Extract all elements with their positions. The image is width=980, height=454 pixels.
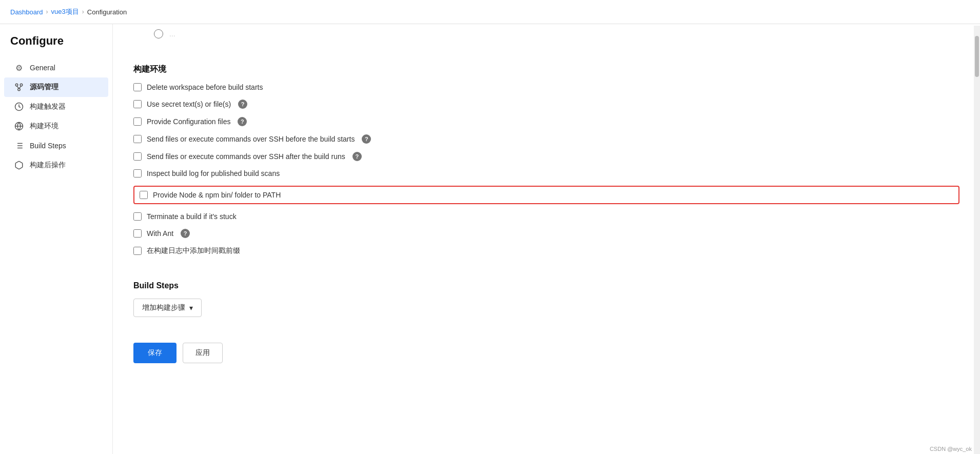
main-content: ... 构建环境 Delete workspace before build s… <box>113 24 980 454</box>
top-radio[interactable] <box>154 29 163 38</box>
breadcrumb-sep-2: › <box>82 8 84 15</box>
help-icon-ssh-before[interactable]: ? <box>362 134 371 144</box>
watermark: CSDN @wyc_ok <box>930 446 972 452</box>
scroll-thumb[interactable] <box>975 36 979 77</box>
breadcrumb: Dashboard › vue3项目 › Configuration <box>0 0 980 24</box>
sidebar-item-label: Build Steps <box>30 142 66 150</box>
checkbox-ssh-before-input[interactable] <box>133 135 142 143</box>
top-stub: ... <box>133 24 959 44</box>
checkbox-ssh-before-label: Send files or execute commands over SSH … <box>147 135 355 143</box>
sidebar-item-general[interactable]: ⚙ General <box>4 58 108 77</box>
checkbox-ssh-after: Send files or execute commands over SSH … <box>133 152 959 161</box>
checkbox-config-files-input[interactable] <box>133 117 142 126</box>
checkbox-inspect-log-label: Inspect build log for published build sc… <box>147 169 280 177</box>
add-step-button[interactable]: 增加构建步骤 ▾ <box>133 299 202 317</box>
breadcrumb-current: Configuration <box>87 8 127 16</box>
checkbox-terminate-build-label: Terminate a build if it's stuck <box>147 212 237 221</box>
breadcrumb-sep-1: › <box>46 8 48 15</box>
sidebar-item-build-steps[interactable]: Build Steps <box>4 136 108 155</box>
checkbox-terminate-build: Terminate a build if it's stuck <box>133 212 959 221</box>
build-steps-title: Build Steps <box>133 276 959 290</box>
checkbox-provide-node-label: Provide Node & npm bin/ folder to PATH <box>153 191 281 199</box>
checkbox-terminate-build-input[interactable] <box>133 212 142 221</box>
checkbox-ssh-after-label: Send files or execute commands over SSH … <box>147 152 345 161</box>
sidebar-item-build-env[interactable]: 构建环境 <box>4 116 108 136</box>
checkbox-timestamp-input[interactable] <box>133 247 142 255</box>
checkbox-config-files-label: Provide Configuration files <box>147 117 230 126</box>
help-icon-ant[interactable]: ? <box>181 229 190 238</box>
save-button[interactable]: 保存 <box>133 343 177 363</box>
checkbox-config-files: Provide Configuration files ? <box>133 117 959 126</box>
help-icon-ssh-after[interactable]: ? <box>352 152 362 161</box>
source-mgmt-icon <box>14 83 24 92</box>
checkbox-ssh-before: Send files or execute commands over SSH … <box>133 134 959 144</box>
list-icon <box>14 141 24 150</box>
svg-line-3 <box>17 86 19 89</box>
add-step-label: 增加构建步骤 <box>142 303 185 312</box>
sidebar-title: Configure <box>0 34 112 58</box>
build-env-title: 构建环境 <box>133 59 959 75</box>
checkbox-delete-workspace-label: Delete workspace before build starts <box>147 83 263 91</box>
checkbox-secret-text: Use secret text(s) or file(s) ? <box>133 100 959 109</box>
checkbox-provide-node: Provide Node & npm bin/ folder to PATH <box>133 186 959 204</box>
svg-point-1 <box>20 84 23 86</box>
top-stub-text: ... <box>169 30 175 38</box>
clock-icon <box>14 102 24 111</box>
checkbox-timestamp-label: 在构建日志中添加时间戳前缀 <box>147 246 240 255</box>
globe-icon <box>14 122 24 131</box>
scrollbar[interactable] <box>974 26 980 454</box>
checkbox-with-ant-input[interactable] <box>133 229 142 238</box>
apply-button[interactable]: 应用 <box>183 343 223 363</box>
help-icon-secret[interactable]: ? <box>238 100 247 109</box>
checkbox-inspect-log: Inspect build log for published build sc… <box>133 169 959 177</box>
checkbox-ssh-after-input[interactable] <box>133 152 142 161</box>
checkbox-with-ant: With Ant ? <box>133 229 959 238</box>
sidebar-item-label: 构建环境 <box>30 122 58 131</box>
breadcrumb-project[interactable]: vue3项目 <box>51 7 79 16</box>
dropdown-chevron-icon: ▾ <box>189 304 193 312</box>
sidebar-item-build-trigger[interactable]: 构建触发器 <box>4 97 108 116</box>
checkbox-inspect-log-input[interactable] <box>133 169 142 177</box>
sidebar-item-label: 源码管理 <box>30 83 58 92</box>
checkbox-with-ant-label: With Ant <box>147 229 173 238</box>
svg-point-2 <box>18 88 21 91</box>
cube-icon <box>14 161 24 170</box>
breadcrumb-dashboard[interactable]: Dashboard <box>10 8 43 16</box>
help-icon-config[interactable]: ? <box>238 117 247 126</box>
sidebar-item-post-build[interactable]: 构建后操作 <box>4 155 108 175</box>
sidebar-item-label: 构建触发器 <box>30 102 66 111</box>
checkbox-delete-workspace-input[interactable] <box>133 83 142 91</box>
checkbox-delete-workspace: Delete workspace before build starts <box>133 83 959 91</box>
gear-icon: ⚙ <box>14 63 24 72</box>
bottom-buttons: 保存 应用 <box>133 332 959 363</box>
sidebar-item-source-mgmt[interactable]: 源码管理 <box>4 77 108 97</box>
build-steps-section: Build Steps 增加构建步骤 ▾ <box>133 276 959 317</box>
checkbox-timestamp: 在构建日志中添加时间戳前缀 <box>133 246 959 255</box>
sidebar-item-label: General <box>30 64 55 72</box>
checkbox-provide-node-input[interactable] <box>140 191 148 199</box>
svg-point-0 <box>15 84 18 86</box>
svg-line-4 <box>19 86 22 89</box>
checkbox-secret-text-label: Use secret text(s) or file(s) <box>147 100 231 108</box>
sidebar: Configure ⚙ General 源码管理 构建触发器 <box>0 24 113 454</box>
sidebar-item-label: 构建后操作 <box>30 161 66 170</box>
build-env-section: 构建环境 Delete workspace before build start… <box>133 59 959 255</box>
checkbox-secret-text-input[interactable] <box>133 100 142 108</box>
